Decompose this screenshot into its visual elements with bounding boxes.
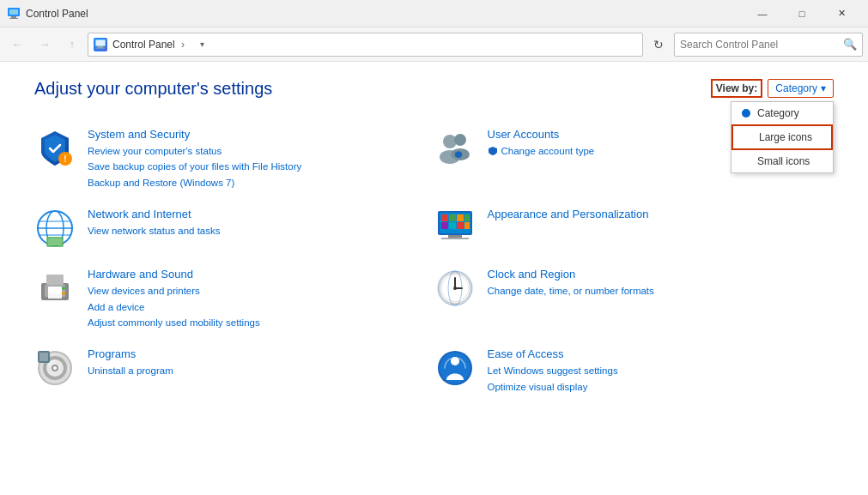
svg-rect-5 xyxy=(96,40,105,45)
radio-empty-small xyxy=(742,157,750,166)
address-bar: ← → ↑ Control Panel › ▾ ↻ 🔍 xyxy=(0,27,868,62)
svg-point-12 xyxy=(454,134,466,146)
category-hardware-sound: Hardware and Sound View devices and prin… xyxy=(34,259,434,339)
category-system-security: ! System and Security Review your comput… xyxy=(34,119,434,199)
ease-of-access-link-2[interactable]: Optimize visual display xyxy=(488,379,618,395)
svg-rect-27 xyxy=(449,222,456,229)
view-by-dropdown-menu: Category Large icons Small icons xyxy=(731,101,834,173)
refresh-button[interactable]: ↻ xyxy=(646,33,671,57)
address-breadcrumb: Control Panel › xyxy=(112,39,188,51)
system-security-link-2[interactable]: Save backup copies of your files with Fi… xyxy=(88,159,301,174)
search-box[interactable]: 🔍 xyxy=(674,33,863,57)
forward-button[interactable]: → xyxy=(33,33,57,57)
svg-rect-7 xyxy=(96,47,105,48)
ease-of-access-link-1[interactable]: Let Windows suggest settings xyxy=(488,363,618,378)
ease-of-access-icon xyxy=(434,347,476,389)
programs-title[interactable]: Programs xyxy=(88,347,173,360)
system-security-link-3[interactable]: Backup and Restore (Windows 7) xyxy=(88,175,301,190)
categories-grid: ! System and Security Review your comput… xyxy=(34,119,834,403)
network-internet-link-1[interactable]: View network status and tasks xyxy=(88,223,220,238)
category-programs: Programs Uninstall a program xyxy=(34,339,434,403)
view-by-label: View by: xyxy=(711,79,762,98)
hardware-sound-info: Hardware and Sound View devices and prin… xyxy=(88,268,260,330)
system-security-icon: ! xyxy=(34,128,76,169)
minimize-button[interactable]: — xyxy=(743,0,782,27)
system-security-title[interactable]: System and Security xyxy=(88,128,301,141)
svg-rect-32 xyxy=(441,238,469,239)
window-title: Control Panel xyxy=(26,8,743,20)
address-bar-input[interactable]: Control Panel › ▾ xyxy=(88,33,643,57)
back-button[interactable]: ← xyxy=(5,33,29,57)
view-by-bar: View by: Category ▾ Category Large icons… xyxy=(711,79,834,98)
svg-rect-35 xyxy=(46,275,64,285)
appearance-title[interactable]: Appearance and Personalization xyxy=(488,208,649,220)
search-input[interactable] xyxy=(680,39,843,51)
svg-rect-20 xyxy=(48,238,62,245)
system-security-info: System and Security Review your computer… xyxy=(88,128,301,190)
svg-rect-25 xyxy=(457,214,464,221)
user-accounts-link-1[interactable]: Change account type xyxy=(501,143,595,159)
network-internet-icon xyxy=(34,208,76,249)
clock-region-title[interactable]: Clock and Region xyxy=(488,268,654,281)
programs-link-1[interactable]: Uninstall a program xyxy=(88,363,173,378)
radio-dot-category xyxy=(742,109,750,118)
clock-region-info: Clock and Region Change date, time, or n… xyxy=(488,268,654,299)
hardware-sound-link-3[interactable]: Adjust commonly used mobility settings xyxy=(88,315,260,330)
category-appearance: Appearance and Personalization xyxy=(434,199,835,259)
maximize-button[interactable]: □ xyxy=(782,0,822,27)
network-internet-title[interactable]: Network and Internet xyxy=(88,208,220,220)
svg-rect-3 xyxy=(9,18,18,19)
user-accounts-info: User Accounts Change account type xyxy=(488,128,595,159)
category-network-internet: Network and Internet View network status… xyxy=(34,199,434,259)
clock-region-link-1[interactable]: Change date, time, or number formats xyxy=(488,283,654,299)
close-button[interactable]: ✕ xyxy=(822,0,861,27)
dropdown-item-category[interactable]: Category xyxy=(731,102,833,124)
category-ease-of-access: Ease of Access Let Windows suggest setti… xyxy=(434,339,835,403)
svg-text:!: ! xyxy=(64,154,66,164)
svg-point-37 xyxy=(62,287,65,290)
hardware-sound-title[interactable]: Hardware and Sound xyxy=(88,268,260,281)
shield-icon xyxy=(488,146,498,156)
clock-region-icon xyxy=(434,268,476,309)
dropdown-item-large-icons[interactable]: Large icons xyxy=(731,124,833,150)
appearance-icon xyxy=(434,208,476,249)
svg-rect-28 xyxy=(457,222,464,229)
address-dropdown-button[interactable]: ▾ xyxy=(193,33,210,56)
up-button[interactable]: ↑ xyxy=(60,33,84,57)
address-icon xyxy=(94,38,107,51)
svg-rect-26 xyxy=(441,222,448,229)
appearance-info: Appearance and Personalization xyxy=(488,208,649,223)
user-accounts-icon xyxy=(434,128,476,169)
window-controls: — □ ✕ xyxy=(743,0,861,27)
svg-rect-23 xyxy=(441,214,448,221)
system-security-link-1[interactable]: Review your computer's status xyxy=(88,143,301,159)
hardware-sound-link-2[interactable]: Add a device xyxy=(88,299,260,315)
app-icon xyxy=(7,7,21,21)
svg-rect-24 xyxy=(449,214,456,221)
hardware-sound-icon xyxy=(34,268,76,309)
svg-point-45 xyxy=(453,287,457,290)
category-clock-region: Clock and Region Change date, time, or n… xyxy=(434,259,835,339)
svg-rect-36 xyxy=(48,287,62,293)
hardware-sound-link-1[interactable]: View devices and printers xyxy=(88,283,260,299)
ease-of-access-title[interactable]: Ease of Access xyxy=(488,347,618,360)
search-button[interactable]: 🔍 xyxy=(843,38,857,51)
programs-icon xyxy=(34,347,76,389)
view-by-dropdown[interactable]: Category ▾ Category Large icons Small ic… xyxy=(768,79,834,98)
svg-rect-1 xyxy=(9,9,18,15)
svg-rect-39 xyxy=(48,293,62,299)
svg-rect-56 xyxy=(39,353,48,361)
view-by-button[interactable]: Category ▾ xyxy=(768,79,834,98)
title-bar: Control Panel — □ ✕ xyxy=(0,0,868,27)
svg-rect-2 xyxy=(11,16,16,18)
main-content: Adjust your computer's settings View by:… xyxy=(0,62,868,495)
programs-info: Programs Uninstall a program xyxy=(88,347,173,378)
radio-empty-large xyxy=(744,133,752,142)
svg-rect-30 xyxy=(464,222,470,229)
ease-of-access-info: Ease of Access Let Windows suggest setti… xyxy=(488,347,618,395)
svg-rect-31 xyxy=(448,235,462,238)
dropdown-item-small-icons[interactable]: Small icons xyxy=(731,150,833,172)
svg-rect-29 xyxy=(464,214,470,221)
svg-point-38 xyxy=(62,292,65,295)
user-accounts-title[interactable]: User Accounts xyxy=(488,128,595,141)
